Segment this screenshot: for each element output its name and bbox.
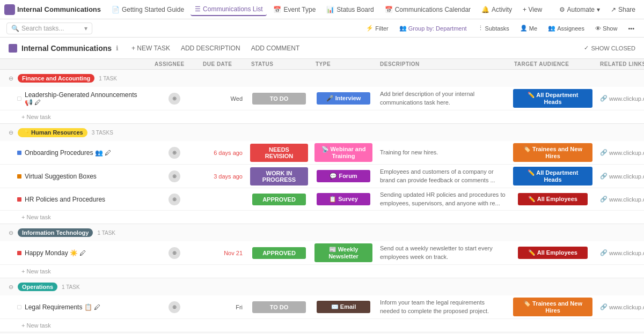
priority-indicator (17, 97, 21, 101)
show-button[interactable]: 👁 Show (592, 24, 621, 33)
task-status[interactable]: APPROVED (247, 191, 311, 207)
task-assignee[interactable]: ⊕ (150, 245, 199, 261)
group-it-header: ⊖ Information Technology 1 TASK (0, 224, 644, 241)
group-operations-count: 1 TASK (62, 284, 80, 290)
new-task-row: + New task (0, 110, 644, 123)
tab-event-type[interactable]: 📅 Event Type (269, 4, 320, 16)
priority-indicator (17, 305, 21, 309)
tab-view-label: + View (523, 6, 542, 13)
task-status[interactable]: WORK IN PROGRESS (247, 165, 311, 188)
task-row: Leadership-Generated Announcements 📢 🖊 ⊕… (0, 87, 644, 110)
task-audience[interactable]: ✏️ All Employees (510, 191, 596, 207)
tab-activity-label: Activity (492, 6, 512, 13)
task-status[interactable]: TO DO (247, 91, 311, 107)
task-type[interactable]: 📋 Survey (311, 191, 376, 207)
task-audience[interactable]: ✏️ All Department Heads (510, 165, 596, 188)
tab-activity[interactable]: 🔔 Activity (477, 4, 516, 16)
task-assignee[interactable]: ⊕ (150, 299, 199, 315)
task-audience[interactable]: ✏️ All Department Heads (510, 87, 596, 110)
me-button[interactable]: 👤 Me (517, 23, 540, 33)
show-closed-button[interactable]: ✓ SHOW CLOSED (584, 44, 635, 51)
task-name[interactable]: HR Policies and Procedures (25, 196, 105, 203)
new-task-button[interactable]: + New task (21, 214, 51, 220)
group-finance-expand[interactable]: ⊖ (9, 75, 13, 82)
new-task-action[interactable]: + NEW TASK (129, 43, 172, 53)
task-name[interactable]: Legal Requirements 📋 🖊 (25, 303, 100, 311)
link-icon: 🔗 (600, 196, 608, 203)
task-type[interactable]: 💬 Forum (311, 168, 376, 184)
tab-getting-started[interactable]: 📄 Getting Started Guide (107, 4, 188, 16)
task-name[interactable]: Happy Monday ☀️ 🖊 (25, 249, 86, 257)
tab-communications-list[interactable]: ☰ Communications List (191, 3, 267, 16)
share-label: Share (618, 6, 635, 13)
show-icon: 👁 (595, 25, 601, 32)
group-operations-expand[interactable]: ⊖ (9, 284, 13, 291)
task-type[interactable]: 🎤 Interview (311, 90, 376, 107)
task-assignee[interactable]: ⊕ (150, 91, 199, 107)
tab-view[interactable]: + View (518, 4, 546, 16)
tab-board-icon: 📊 (326, 6, 334, 13)
task-status[interactable]: APPROVED (247, 245, 311, 261)
me-icon: 👤 (520, 25, 528, 32)
share-button[interactable]: ↗ Share (606, 4, 640, 16)
group-finance-label: Finance and Accounting (18, 74, 94, 83)
col-target-audience: TARGET AUDIENCE (510, 59, 596, 69)
new-task-row: + New task (0, 265, 644, 278)
search-input[interactable]: 🔍 Search tasks... ▾ (6, 23, 92, 34)
task-row: HR Policies and Procedures ⊕ APPROVED 📋 … (0, 188, 644, 211)
group-by-button[interactable]: 👥 Group by: Department (396, 23, 470, 33)
me-label: Me (529, 25, 537, 32)
group-operations: ⊖ Operations 1 TASK Legal Requirements 📋… (0, 278, 644, 332)
task-audience[interactable]: ✏️ All Employees (510, 244, 596, 261)
type-badge: 📰 Weekly Newsletter (314, 243, 372, 262)
link-text: www.clickup.com (609, 304, 644, 310)
task-related-link[interactable]: 🔗 www.clickup.com (596, 247, 644, 258)
task-type[interactable]: 📰 Weekly Newsletter (311, 241, 376, 264)
group-it-expand[interactable]: ⊖ (9, 229, 13, 236)
new-task-button[interactable]: + New task (21, 114, 51, 120)
status-badge: APPROVED (252, 194, 306, 205)
tab-communications-calendar[interactable]: 📅 Communications Calendar (380, 4, 475, 16)
group-hr-expand[interactable]: ⊖ (9, 129, 13, 136)
task-name[interactable]: Virtual Suggestion Boxes (25, 173, 97, 180)
page-icon (9, 44, 17, 53)
filter-label: Filter (375, 25, 388, 32)
task-status[interactable]: TO DO (247, 299, 311, 315)
top-nav: Internal Communications 📄 Getting Starte… (0, 0, 644, 19)
task-name[interactable]: Onboarding Procedures 👥 🖊 (25, 149, 111, 157)
task-type[interactable]: ✉️ Email (311, 299, 376, 315)
filter-button[interactable]: ⚡ Filter (363, 23, 391, 33)
add-description-action[interactable]: ADD DESCRIPTION (179, 43, 243, 53)
more-options-button[interactable]: ••• (625, 24, 638, 33)
tab-getting-started-label: Getting Started Guide (122, 6, 184, 13)
task-assignee[interactable]: ⊕ (150, 191, 199, 207)
type-badge: ✉️ Email (317, 301, 370, 313)
col-status: STATUS (247, 59, 311, 69)
task-related-link[interactable]: 🔗 www.clickup.com (596, 147, 644, 158)
add-comment-action[interactable]: ADD COMMENT (249, 43, 302, 53)
task-assignee[interactable]: ⊕ (150, 145, 199, 161)
link-text: www.clickup.com (609, 250, 644, 256)
new-task-button[interactable]: + New task (21, 268, 51, 274)
priority-indicator (17, 174, 21, 179)
task-assignee[interactable]: ⊕ (150, 168, 199, 184)
task-name[interactable]: Leadership-Generated Announcements 📢 🖊 (25, 91, 146, 106)
search-icon: 🔍 (11, 25, 19, 32)
new-task-button[interactable]: + New task (21, 322, 51, 329)
link-text: www.clickup.com (609, 173, 644, 180)
task-audience[interactable]: 🏷️ Trainees and New Hires (510, 295, 596, 318)
assignees-button[interactable]: 👥 Assignees (545, 23, 588, 33)
task-related-link[interactable]: 🔗 www.clickup.com (596, 194, 644, 205)
task-status[interactable]: NEEDS REVISION (247, 142, 311, 164)
task-related-link[interactable]: 🔗 www.clickup.com (596, 301, 644, 313)
task-related-link[interactable]: 🔗 www.clickup.com (596, 170, 644, 182)
task-related-link[interactable]: 🔗 www.clickup.com (596, 93, 644, 104)
tab-list-icon: ☰ (195, 5, 201, 13)
link-icon: 🔗 (600, 95, 608, 102)
task-type[interactable]: 📡 Webinar and Training (311, 141, 376, 164)
automate-button[interactable]: ⚙ Automate ▾ (555, 4, 604, 16)
audience-badge: ✏️ All Employees (518, 247, 588, 259)
subtasks-button[interactable]: ⋮ Subtasks (474, 23, 513, 33)
tab-status-board[interactable]: 📊 Status Board (322, 4, 378, 16)
task-audience[interactable]: 🏷️ Trainees and New Hires (510, 141, 596, 164)
